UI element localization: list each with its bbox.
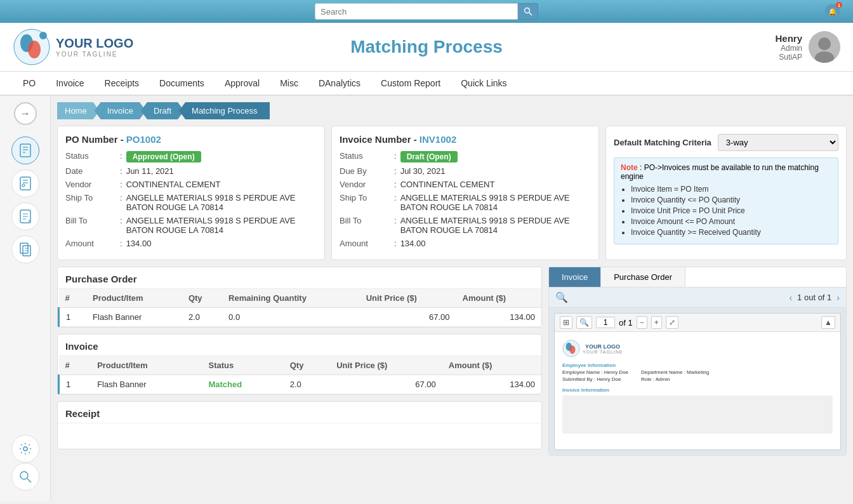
criteria-rule-3: Invoice Unit Price = PO Unit Price: [631, 206, 831, 215]
user-area: Henry Admin SutiAP: [775, 31, 840, 63]
breadcrumb-invoice[interactable]: Invoice: [95, 102, 146, 119]
sidebar-icon-search[interactable]: [11, 463, 39, 491]
doc-layout-btn[interactable]: ⊞: [560, 316, 572, 329]
invoice-card-title: Invoice Number - INV1002: [340, 134, 591, 145]
sidebar-icon-invoice[interactable]: [11, 169, 39, 197]
notification-badge[interactable]: 🔔 1: [825, 4, 840, 19]
doc-scroll-up-btn[interactable]: ▲: [821, 316, 835, 329]
doc-logo-area: YOUR LOGO YOUR TAGLINE: [562, 340, 833, 357]
inv-col-status: Status: [202, 356, 283, 375]
po-date-row: Date : Jun 11, 2021: [65, 166, 317, 176]
prev-page-arrow[interactable]: ‹: [789, 293, 792, 303]
page-counter: 1 out of 1: [797, 293, 831, 302]
search-input[interactable]: [315, 3, 518, 20]
logo-main-text: YOUR LOGO: [56, 36, 133, 51]
inv-status-label: Status: [340, 151, 390, 162]
po-date-label: Date: [65, 166, 116, 176]
preview-tabs: Invoice Purchase Order: [549, 267, 846, 288]
sidebar-icon-receipts[interactable]: [11, 202, 39, 230]
po-row-num: 1: [59, 308, 87, 327]
po-row-remaining: 0.0: [222, 308, 360, 327]
svg-point-20: [23, 447, 27, 451]
criteria-panel: Default Matching Criteria 3-way 2-way No…: [605, 126, 847, 260]
po-billto-label: Bill To: [65, 216, 116, 235]
cards-row: PO Number - PO1002 Status : Approved (Op…: [57, 126, 847, 260]
doc-zoom-btn[interactable]: 🔍: [576, 316, 592, 329]
inv-amount-row: Amount : 134.00: [340, 239, 591, 248]
logo-tagline-text: YOUR TAGLINE: [56, 51, 133, 58]
preview-doc: ⊞ 🔍 of 1 − + ⤢ ▲: [549, 308, 846, 455]
breadcrumb-matching[interactable]: Matching Process: [179, 102, 270, 119]
svg-rect-9: [20, 144, 30, 157]
po-card-title: PO Number - PO1002: [65, 134, 317, 145]
nav-invoice[interactable]: Invoice: [46, 72, 94, 96]
sidebar-icon-docs[interactable]: [11, 235, 39, 263]
po-status-label: Status: [65, 151, 116, 162]
tab-purchase-order[interactable]: Purchase Order: [601, 267, 685, 287]
header: YOUR LOGO YOUR TAGLINE Matching Process …: [0, 23, 853, 72]
po-amount-label: Amount: [65, 239, 116, 248]
po-vendor-row: Vendor : CONTINENTAL CEMENT: [65, 180, 317, 189]
svg-line-1: [529, 13, 532, 16]
inv-row-unitprice: 67.00: [330, 375, 442, 394]
po-shipto-value: ANGELLE MATERIALS 9918 S PERDUE AVE BATO…: [126, 193, 317, 212]
nav-documents[interactable]: Documents: [149, 72, 215, 96]
breadcrumb-home[interactable]: Home: [57, 102, 100, 119]
criteria-rule-5: Invoice Quantity >= Received Quantity: [631, 228, 831, 237]
nav-misc[interactable]: Misc: [270, 72, 308, 96]
breadcrumb-draft[interactable]: Draft: [141, 102, 184, 119]
logo-text: YOUR LOGO YOUR TAGLINE: [56, 36, 133, 58]
logo-area: YOUR LOGO YOUR TAGLINE: [13, 28, 133, 66]
po-table-row: 1 Flash Banner 2.0 0.0 67.00 134.00: [59, 308, 542, 327]
sidebar-icon-po[interactable]: [11, 136, 39, 164]
doc-page-input[interactable]: [596, 317, 615, 328]
next-page-arrow[interactable]: ›: [836, 293, 840, 303]
po-shipto-label: Ship To: [65, 193, 116, 212]
po-col-product: Product/Item: [86, 289, 182, 308]
inv-vendor-label: Vendor: [340, 180, 390, 189]
inv-row-amount: 134.00: [442, 375, 541, 394]
nav-danalytics[interactable]: DAnalytics: [308, 72, 371, 96]
svg-line-22: [27, 479, 31, 482]
doc-emp-name: Employee Name : Henry Doe: [562, 369, 628, 375]
notification-icon: 🔔: [828, 8, 837, 16]
doc-viewer: ⊞ 🔍 of 1 − + ⤢ ▲: [554, 313, 841, 450]
po-col-num: #: [59, 289, 87, 308]
zoom-icon[interactable]: 🔍: [555, 291, 568, 303]
back-button[interactable]: →: [14, 102, 37, 125]
svg-rect-13: [20, 177, 30, 190]
criteria-select[interactable]: 3-way 2-way: [718, 134, 838, 151]
doc-expand-btn[interactable]: ⤢: [666, 316, 678, 329]
nav-po[interactable]: PO: [13, 72, 46, 96]
bottom-row: Purchase Order # Product/Item Qty Remain…: [57, 267, 847, 456]
po-row-product: Flash Banner: [86, 308, 182, 327]
invoice-card: Invoice Number - INV1002 Status : Draft …: [331, 126, 599, 260]
po-date-value: Jun 11, 2021: [126, 166, 174, 176]
criteria-rule-1: Invoice Item = PO Item: [631, 185, 831, 194]
nav-bar: PO Invoice Receipts Documents Approval M…: [0, 72, 853, 96]
svg-point-0: [524, 8, 529, 13]
invoice-number: INV1002: [420, 134, 456, 145]
doc-page-of: of 1: [619, 318, 633, 328]
search-button[interactable]: [518, 3, 538, 20]
doc-zoom-out-btn[interactable]: −: [637, 316, 647, 329]
nav-approval[interactable]: Approval: [215, 72, 270, 96]
tab-invoice[interactable]: Invoice: [549, 267, 601, 287]
criteria-label: Default Matching Criteria: [614, 138, 711, 147]
inv-shipto-label: Ship To: [340, 193, 390, 212]
inv-vendor-row: Vendor : CONTINENTAL CEMENT: [340, 180, 591, 189]
inv-shipto-value: ANGELLE MATERIALS 9918 S PERDUE AVE BATO…: [400, 193, 591, 212]
inv-shipto-row: Ship To : ANGELLE MATERIALS 9918 S PERDU…: [340, 193, 591, 212]
doc-logo-text: YOUR LOGO: [585, 343, 623, 350]
inv-row-qty: 2.0: [284, 375, 330, 394]
doc-content: YOUR LOGO YOUR TAGLINE Employee Informat…: [555, 332, 840, 441]
nav-quick-links[interactable]: Quick Links: [451, 72, 517, 96]
sidebar-icon-settings[interactable]: [11, 435, 39, 463]
nav-receipts[interactable]: Receipts: [95, 72, 149, 96]
doc-zoom-in-btn[interactable]: +: [651, 316, 662, 329]
criteria-rules-list: Invoice Item = PO Item Invoice Quantity …: [621, 185, 831, 237]
inv-status-badge: Draft (Open): [400, 151, 458, 162]
po-shipto-row: Ship To : ANGELLE MATERIALS 9918 S PERDU…: [65, 193, 317, 212]
criteria-rule-4: Invoice Amount <= PO Amount: [631, 217, 831, 226]
nav-custom-report[interactable]: Custom Report: [371, 72, 451, 96]
